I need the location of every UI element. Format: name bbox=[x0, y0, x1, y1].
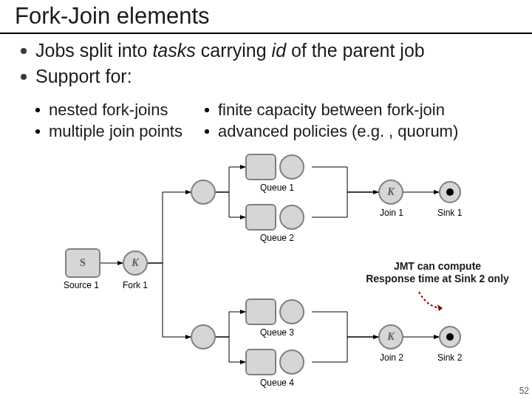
node-queue-1 bbox=[245, 154, 276, 180]
node-inner-fork-top bbox=[191, 180, 216, 205]
sub-4: advanced policies (e.g. , quorum) bbox=[205, 120, 458, 142]
bullet-2: Support for: bbox=[21, 64, 523, 89]
sub-col-left: nested fork-joins multiple join points bbox=[35, 99, 183, 142]
main-bullet-list: Jobs split into tasks carrying id of the… bbox=[21, 38, 523, 89]
slide-title: Fork-Join elements bbox=[15, 3, 210, 30]
bullet-1-text-pre: Jobs split into bbox=[35, 40, 152, 61]
label-fork-1: Fork 1 bbox=[123, 281, 148, 290]
join1-glyph: K bbox=[380, 181, 402, 203]
caption-line-2: Response time at Sink 2 only bbox=[356, 273, 519, 285]
label-queue-1: Queue 1 bbox=[260, 183, 294, 192]
label-sink-2: Sink 2 bbox=[437, 353, 462, 362]
node-source-1: S bbox=[65, 248, 100, 278]
label-join-1: Join 1 bbox=[380, 208, 403, 217]
node-queue-4 bbox=[245, 349, 276, 375]
label-source-1: Source 1 bbox=[64, 281, 99, 290]
sub-3: finite capacity between fork-join bbox=[205, 99, 458, 120]
label-queue-3: Queue 3 bbox=[260, 328, 294, 337]
sub-bullets: nested fork-joins multiple join points f… bbox=[35, 99, 532, 142]
caption: JMT can compute Response time at Sink 2 … bbox=[356, 260, 519, 285]
bullet-1-text-post: of the parent job bbox=[286, 40, 425, 61]
slide: Fork-Join elements Jobs split into tasks… bbox=[0, 0, 532, 399]
node-join-1: K bbox=[378, 180, 403, 205]
node-queue-2 bbox=[245, 204, 276, 231]
label-sink-1: Sink 1 bbox=[437, 208, 462, 217]
node-sink-2 bbox=[439, 326, 461, 348]
bullet-1-tasks: tasks bbox=[152, 40, 195, 61]
node-queue-4-server bbox=[279, 349, 304, 375]
join2-glyph: K bbox=[380, 326, 402, 348]
bullet-1-id: id bbox=[272, 40, 286, 61]
node-queue-3 bbox=[245, 299, 276, 325]
sub-2: multiple join points bbox=[35, 120, 183, 142]
label-join-2: Join 2 bbox=[380, 353, 403, 362]
sub-1: nested fork-joins bbox=[35, 99, 183, 120]
fork-glyph: K bbox=[124, 252, 146, 274]
node-queue-1-server bbox=[279, 154, 304, 180]
page-number: 52 bbox=[519, 386, 529, 396]
node-join-2: K bbox=[378, 324, 403, 349]
node-inner-fork-bottom bbox=[191, 324, 216, 349]
caption-arrow-icon bbox=[417, 290, 447, 313]
source-glyph: S bbox=[66, 250, 99, 276]
bullet-1-text-mid: carrying bbox=[196, 40, 272, 61]
title-rule bbox=[0, 33, 532, 34]
bullet-1: Jobs split into tasks carrying id of the… bbox=[21, 38, 523, 63]
node-queue-2-server bbox=[279, 205, 304, 230]
label-queue-2: Queue 2 bbox=[260, 233, 294, 242]
node-fork-1: K bbox=[123, 250, 148, 276]
sub-col-right: finite capacity between fork-join advanc… bbox=[205, 99, 458, 142]
node-queue-3-server bbox=[279, 299, 304, 324]
node-sink-1 bbox=[439, 181, 461, 203]
label-queue-4: Queue 4 bbox=[260, 378, 294, 387]
caption-line-1: JMT can compute bbox=[356, 260, 519, 273]
